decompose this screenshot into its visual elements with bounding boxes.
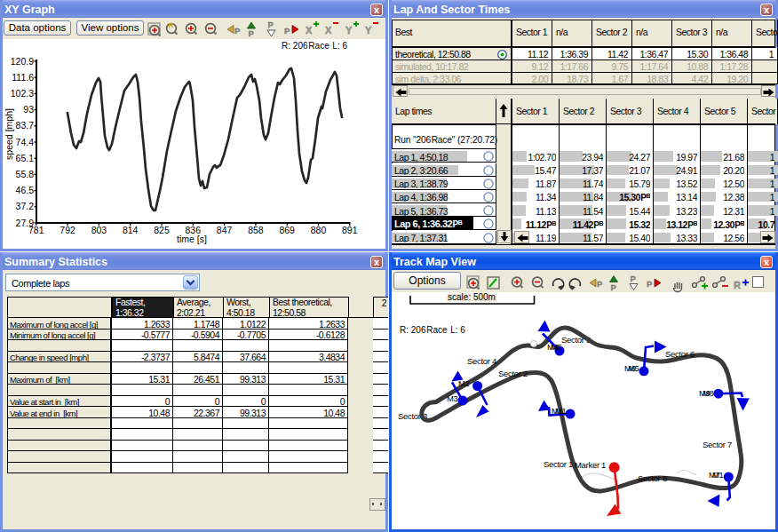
svg-text:X: X	[306, 25, 313, 36]
svg-text:P: P	[611, 282, 617, 292]
svg-text:814: 814	[123, 225, 139, 235]
svg-text:Sector 4: Sector 4	[467, 356, 496, 366]
svg-text:93: 93	[23, 104, 34, 115]
svg-text:102.3: 102.3	[11, 88, 34, 99]
svg-text:46.5: 46.5	[16, 185, 35, 195]
svg-text:37.2: 37.2	[16, 201, 35, 211]
svg-text:X: X	[325, 25, 332, 36]
svg-text:scale: 500m: scale: 500m	[448, 292, 496, 302]
svg-text:825: 825	[154, 225, 170, 235]
svg-text:Sector 1: Sector 1	[544, 459, 573, 469]
svg-text:74.4: 74.4	[16, 137, 35, 147]
svg-text:M2: M2	[458, 378, 470, 388]
svg-text:Marker 1: Marker 1	[575, 460, 606, 470]
svg-text:M8: M8	[703, 388, 714, 398]
svg-text:803: 803	[91, 225, 107, 235]
svg-text:P: P	[647, 279, 653, 289]
svg-text:891: 891	[342, 225, 358, 235]
svg-text:847: 847	[217, 225, 233, 235]
svg-text:R: 206 Race L: 6: R: 206 Race L: 6	[282, 41, 347, 51]
svg-text:65.1: 65.1	[16, 153, 35, 163]
svg-text:R: 206 Race L: 6: R: 206 Race L: 6	[400, 325, 465, 335]
svg-text:M1: M1	[712, 470, 724, 480]
svg-text:P: P	[249, 28, 255, 38]
svg-text:time [s]: time [s]	[177, 234, 207, 244]
svg-text:781: 781	[28, 225, 44, 235]
svg-text:M5: M5	[551, 342, 562, 352]
svg-text:Sector 6: Sector 6	[665, 349, 695, 359]
svg-text:M3: M3	[447, 393, 458, 403]
svg-text:792: 792	[60, 225, 75, 235]
svg-text:120.9: 120.9	[11, 56, 34, 67]
svg-text:Sector 8: Sector 8	[638, 473, 667, 483]
svg-text:P: P	[284, 26, 290, 36]
svg-text:P: P	[597, 279, 603, 289]
svg-text:Sector 7: Sector 7	[703, 440, 732, 449]
svg-text:P: P	[631, 274, 637, 283]
svg-text:M1: M1	[555, 406, 567, 416]
svg-text:P: P	[268, 20, 274, 29]
svg-text:858: 858	[248, 225, 264, 235]
svg-text:P: P	[234, 26, 241, 36]
svg-text:R: R	[169, 21, 174, 29]
svg-text:Y: Y	[365, 25, 372, 36]
svg-text:Sector 2: Sector 2	[498, 369, 528, 378]
svg-text:83.7: 83.7	[16, 120, 35, 131]
svg-text:speed [mph]: speed [mph]	[4, 108, 14, 160]
svg-text:880: 880	[311, 225, 327, 235]
svg-text:R: R	[734, 280, 741, 290]
svg-text:111.6: 111.6	[12, 72, 34, 83]
svg-text:55.8: 55.8	[16, 169, 35, 179]
svg-text:Y: Y	[345, 25, 353, 36]
svg-text:M5: M5	[628, 363, 639, 373]
svg-text:869: 869	[279, 225, 295, 235]
